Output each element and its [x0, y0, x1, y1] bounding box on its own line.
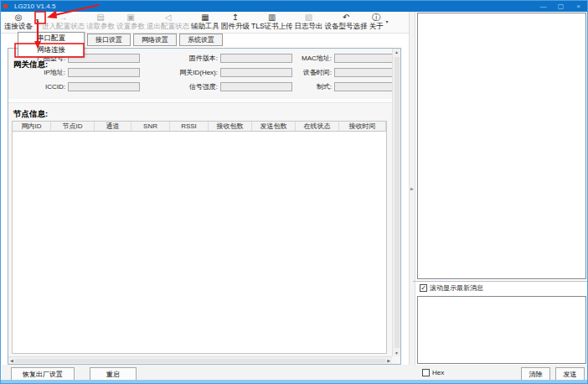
hex-option[interactable]: Hex	[422, 369, 444, 376]
main-panel: 网关信息: 产品型号:固件版本:MAC地址:IP地址:网关ID(Hex):设备时…	[8, 48, 401, 365]
menu-item-serial-config[interactable]: 串口配置	[18, 33, 84, 44]
field-label-mac-address: MAC地址:	[295, 54, 332, 63]
device-model-icon: ↶	[343, 13, 349, 22]
column-header-4[interactable]: RSSI	[170, 122, 209, 131]
toolbar: ◎连接设备▾→进入配置状态▤读取参数▣设置参数◁退出配置状态▦辅助工具↥固件升级…	[1, 12, 413, 34]
close-button[interactable]: ×	[570, 1, 587, 12]
exit-config-icon: ◁	[165, 13, 172, 22]
tab-network-settings[interactable]: 网络设置	[133, 34, 177, 46]
toolbar-label-read-params: 读取参数	[86, 22, 115, 30]
node-table: 网内ID节点ID通道SNRRSSI接收包数发送包数在线状态接收时间	[12, 121, 387, 354]
scroll-right-icon[interactable]: ▶	[387, 357, 390, 364]
scroll-down-icon[interactable]: ▼	[395, 350, 399, 356]
toolbar-label-set-params: 设置参数	[116, 22, 145, 30]
field-input-iccid[interactable]	[68, 82, 140, 91]
horizontal-scrollbar[interactable]: ◀ ▶	[8, 356, 392, 364]
field-label-ip-address: IP地址:	[30, 68, 65, 77]
scroll-up-icon[interactable]: ▲	[395, 49, 399, 55]
toolbar-label-log-export: 日志导出	[295, 22, 323, 30]
toolbar-item-tls-cert-upload[interactable]: ▥TLS证书上传	[251, 13, 293, 30]
toolbox-icon: ▦	[201, 13, 209, 22]
maximize-button[interactable]: ▢	[552, 1, 570, 12]
column-header-2[interactable]: 通道	[95, 122, 132, 131]
field-label-signal-strength: 信号强度:	[142, 82, 218, 91]
about-info-icon: ⓘ	[372, 13, 380, 22]
enter-config-icon: →	[59, 13, 68, 22]
message-log-area[interactable]	[417, 13, 586, 279]
node-table-body[interactable]	[12, 132, 387, 354]
toolbar-label-aux-tools: 辅助工具	[191, 22, 219, 30]
toolbar-item-exit-config-state[interactable]: ◁退出配置状态	[147, 13, 189, 30]
toolbar-item-read-params[interactable]: ▤读取参数	[86, 13, 115, 30]
right-divider	[413, 281, 587, 282]
tab-interface-settings[interactable]: 接口设置	[87, 34, 131, 46]
field-input-firmware-version[interactable]	[220, 54, 292, 63]
connect-dropdown-button[interactable]: ▾	[34, 17, 41, 23]
column-header-0[interactable]: 网内ID	[13, 122, 51, 131]
field-label-device-time: 设备时间:	[295, 68, 332, 77]
connect-device-icon: ◎	[15, 13, 23, 22]
field-label-network-mode: 制式:	[295, 82, 332, 91]
field-input-gateway-id-hex[interactable]	[220, 68, 292, 77]
column-header-7[interactable]: 在线状态	[296, 122, 339, 131]
column-header-1[interactable]: 节点ID	[51, 122, 95, 131]
gateway-info-form: 产品型号:固件版本:MAC地址:IP地址:网关ID(Hex):设备时间:ICCI…	[30, 54, 395, 91]
hex-label: Hex	[432, 369, 444, 376]
field-input-ip-address[interactable]	[68, 68, 140, 77]
scroll-left-icon[interactable]: ◀	[10, 357, 13, 364]
firmware-upgrade-icon: ↥	[232, 13, 239, 22]
read-params-icon: ▤	[96, 13, 104, 22]
clear-button[interactable]: 清除	[521, 367, 550, 381]
field-input-mac-address[interactable]	[334, 54, 395, 63]
window-title: LG210 V1.4.5	[14, 3, 55, 10]
toolbar-item-connect-device[interactable]: ◎连接设备	[4, 13, 33, 30]
factory-reset-button[interactable]: 恢复出厂设置	[11, 367, 75, 381]
column-header-3[interactable]: SNR	[132, 122, 170, 131]
column-header-8[interactable]: 接收时间	[339, 122, 386, 131]
toolbar-label-firmware-upgrade: 固件升级	[221, 22, 250, 30]
panel-splitter[interactable]: ▶	[409, 12, 415, 365]
autoscroll-option[interactable]: ✓ 滚动显示最新消息	[420, 283, 483, 293]
column-header-5[interactable]: 接收包数	[209, 122, 252, 131]
autoscroll-checkbox[interactable]: ✓	[420, 284, 427, 292]
connect-dropdown-menu: 串口配置网络连接	[18, 32, 85, 57]
toolbar-item-enter-config-state[interactable]: →进入配置状态	[42, 13, 85, 30]
send-input-area[interactable]	[417, 296, 586, 364]
window-bottom-edge	[1, 380, 587, 383]
menu-item-network-connect[interactable]: 网络连接	[18, 44, 84, 56]
restart-button[interactable]: 重启	[90, 367, 137, 381]
vertical-scroll-thumb[interactable]	[395, 57, 400, 348]
toolbar-item-log-export[interactable]: ▧日志导出	[295, 13, 323, 30]
splitter-arrow-icon: ▶	[410, 186, 414, 191]
section-divider	[8, 99, 400, 103]
column-header-6[interactable]: 发送包数	[252, 122, 296, 131]
toolbar-item-about[interactable]: ⓘ关于	[369, 13, 384, 30]
toolbar-label-enter-config-state: 进入配置状态	[42, 22, 85, 30]
autoscroll-label: 滚动显示最新消息	[430, 283, 483, 293]
toolbar-label-connect-device: 连接设备	[4, 22, 33, 30]
field-input-device-time[interactable]	[334, 68, 395, 77]
field-input-signal-strength[interactable]	[220, 82, 292, 91]
toolbar-item-aux-tools[interactable]: ▦辅助工具	[191, 13, 219, 30]
app-window: LG210 V1.4.5 —▢× ◎连接设备▾→进入配置状态▤读取参数▣设置参数…	[0, 0, 588, 384]
horizontal-scroll-thumb[interactable]	[15, 359, 385, 363]
toolbar-item-set-params[interactable]: ▣设置参数	[116, 13, 145, 30]
toolbar-item-device-model-select[interactable]: ↶设备型号选择	[325, 13, 368, 30]
hex-checkbox[interactable]	[422, 369, 430, 376]
tab-system-settings[interactable]: 系统设置	[179, 34, 223, 46]
toolbar-item-firmware-upgrade[interactable]: ↥固件升级	[221, 13, 250, 30]
toolbar-overflow-icon[interactable]: ▾	[386, 18, 389, 24]
log-export-icon: ▧	[305, 13, 312, 22]
titlebar: LG210 V1.4.5 —▢×	[1, 1, 587, 12]
field-label-firmware-version: 固件版本:	[142, 54, 218, 63]
vertical-scrollbar[interactable]: ▲ ▼	[392, 49, 400, 356]
send-button[interactable]: 发送	[555, 367, 585, 381]
certificate-upload-icon: ▥	[268, 13, 276, 22]
minimize-button[interactable]: —	[534, 1, 552, 12]
toolbar-label-exit-config-state: 退出配置状态	[147, 22, 189, 30]
node-info-title: 节点信息:	[13, 109, 48, 120]
toolbar-label-about: 关于	[369, 22, 384, 30]
field-label-iccid: ICCID:	[30, 83, 65, 91]
window-controls: —▢×	[534, 1, 587, 12]
field-input-network-mode[interactable]	[334, 82, 395, 91]
